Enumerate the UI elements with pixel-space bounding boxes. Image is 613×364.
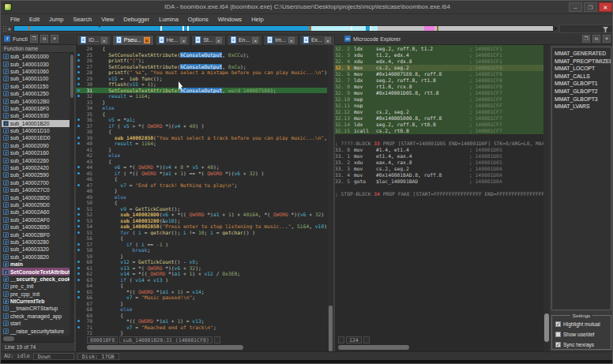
function-row[interactable]: fsub_1400027C0 <box>2 186 74 193</box>
maximize-button[interactable]: ❐ <box>584 2 597 12</box>
maturity-item-mmat_lvars[interactable]: MMAT_LVARS <box>555 103 611 111</box>
function-row[interactable]: fsub_140001100 <box>2 75 74 82</box>
pseudocode-line[interactable]: 58 break; <box>76 247 327 253</box>
maturity-item-mmat_preoptimized[interactable]: MMAT_PREOPTIMIZED <box>555 58 611 66</box>
pseudocode-line[interactable]: 64 { <box>76 283 327 289</box>
close-icon[interactable]: ✕ <box>603 35 611 43</box>
pseudocode-line[interactable]: 41 } <box>76 147 327 153</box>
function-row[interactable]: f__tmainCRTStartup <box>2 305 74 312</box>
pseudocode-line[interactable]: 47 v7 = "End of track! Nothing to play\n… <box>76 182 327 189</box>
function-row[interactable]: fsub_140002160 <box>2 149 74 156</box>
menu-edit[interactable]: Edit <box>24 14 44 24</box>
menu-jump[interactable]: Jump <box>44 14 68 24</box>
tab-pseu[interactable]: Pseu...✕ <box>112 35 154 45</box>
microcode-line[interactable]: 32. 4xduedx.4, rdx.8; 140001CF1 <box>335 58 543 65</box>
microcode-line[interactable]: 32. 5movcs.2, seg.2; 140001CF8 <box>335 65 543 71</box>
pseudocode-line[interactable]: 55 for ( i = getchar(); i != 10; i = get… <box>76 230 327 236</box>
menu-debugger[interactable]: Debugger <box>118 14 154 24</box>
microcode-line[interactable]: 33. 0mov#1.4, et1.4; 140001D05 <box>335 147 543 153</box>
pseudocode-line[interactable]: 52 sub_1400028D0(v6 + *((_QWORD *)a1 + 1… <box>76 212 327 218</box>
function-row[interactable]: fsub_140002590 <box>2 171 74 178</box>
pseudocode-line[interactable]: 61 v13 = *(_QWORD *)(v6 + 32); <box>76 265 327 272</box>
pseudocode-line[interactable]: 51 v9 = GetTickCount(); <box>76 206 327 212</box>
pseudocode-line[interactable]: 70 *((_QWORD *)a1 + 1) = v13; <box>76 318 327 325</box>
pseudocode-line[interactable]: 66 v7 = "Music paused!\n"; <box>76 295 327 301</box>
function-row[interactable]: fsub_1400016F0 <box>2 105 74 112</box>
functions-dock-header[interactable]: f Functi ❐ ⧉ ✕ <box>1 33 75 45</box>
menu-windows[interactable]: Windows <box>213 14 246 24</box>
function-row[interactable]: fsub_1400029D0 <box>2 201 74 208</box>
microcode-line[interactable]: 32.10nop; 140001CFF <box>335 96 543 103</box>
close-icon[interactable]: ✕ <box>144 37 150 43</box>
pseudocode-line[interactable]: 65 *((_QWORD *)a1 + 1) = v14; <box>76 289 327 295</box>
function-row[interactable]: fsub_140002BF0 <box>2 231 74 238</box>
function-row[interactable]: fstart <box>2 320 74 327</box>
filter-funnel-icon[interactable] <box>603 27 608 32</box>
navigation-band[interactable] <box>13 25 554 32</box>
function-row[interactable]: fpre_c_init <box>2 283 74 290</box>
menu-options[interactable]: Options <box>183 14 213 24</box>
close-icon[interactable]: ✕ <box>216 37 222 43</box>
maturity-item-mmat_calls[interactable]: MMAT_CALLS <box>555 73 611 81</box>
microcode-line[interactable]: 32.15icallcs.2, rt0.8; 140001CF7 <box>335 128 543 134</box>
tab-en[interactable]: En...✕ <box>227 35 262 45</box>
pseudocode-line[interactable]: 24 { <box>76 46 327 52</box>
checkbox-unchecked-icon[interactable] <box>555 332 561 337</box>
function-row[interactable]: fsub_140001D10 <box>2 127 74 134</box>
function-row[interactable]: fsub_140001250 <box>2 90 74 97</box>
function-row[interactable]: fsub_140002090 <box>2 142 74 149</box>
pseudocode-line[interactable]: 48 } <box>76 188 327 194</box>
pseudocode-line[interactable]: 30 fflush(v15 + 1); <box>76 81 327 88</box>
function-row[interactable]: fcheck_managed_app <box>2 313 74 320</box>
function-row[interactable]: fsub_140002AF0 <box>2 216 74 223</box>
function-row[interactable]: fsub_140002700 <box>2 179 74 186</box>
functions-column-header[interactable]: Function name <box>2 45 74 53</box>
function-row[interactable]: f__security_check_cookie <box>2 276 74 283</box>
pseudocode-line[interactable]: 35 { <box>76 111 327 118</box>
function-row[interactable]: fpre_cpp_init <box>2 291 74 298</box>
pseudocode-line[interactable]: 50 { <box>76 200 327 206</box>
pseudocode-line[interactable]: 44 v6 = *(_QWORD *)(v4 + 8 * v5 + 48); <box>76 164 327 171</box>
pseudocode-line[interactable]: 31 SetConsoleTextAttribute(hConsoleOutpu… <box>76 88 327 94</box>
pseudocode-line[interactable]: 57 if ( i == -1 ) <box>76 242 327 248</box>
restore-icon[interactable]: ❐ <box>30 35 38 43</box>
function-row[interactable]: fNtCurrentTeb <box>2 298 74 305</box>
pseudocode-line[interactable]: 42 else <box>76 152 327 159</box>
float-icon[interactable]: ⧉ <box>592 35 600 43</box>
function-row[interactable]: fsub_140001B20 <box>2 120 74 127</box>
pseudocode-line[interactable]: 49 else <box>76 194 327 201</box>
title-bar[interactable]: IDA - boombox.exe.i64 (boombox.exe) C:\U… <box>1 1 613 14</box>
menu-lumina[interactable]: Lumina <box>154 14 183 24</box>
maturity-item-mmat_locopt[interactable]: MMAT_LOCOPT <box>555 65 611 73</box>
maturity-item-mmat_glbopt3[interactable]: MMAT_GLBOPT3 <box>555 96 611 103</box>
menu-view[interactable]: View <box>96 14 118 24</box>
function-row[interactable]: fsub_140003280 <box>2 238 74 246</box>
function-row[interactable]: fsub_140002B50 <box>2 223 74 231</box>
microcode-line[interactable]: 32.11nop; 140001CFF <box>335 103 543 109</box>
pseudocode-line[interactable]: 53 sub_140003280(&v18); <box>76 218 327 224</box>
restore-icon[interactable]: ❐ <box>582 35 590 43</box>
menu-help[interactable]: Help <box>246 14 268 24</box>
pseudocode-line[interactable]: 36 v5 = *a1; <box>76 117 327 123</box>
microcode-line[interactable]: 33. 4mov#0x140001BAD.8, roff.8; 140001D0… <box>335 172 543 178</box>
pseudocode-line[interactable]: 60 v12 = GetTickCount() - v9; <box>76 259 327 265</box>
pseudocode-line[interactable]: 29 v15 = _iob_func(); <box>76 76 327 82</box>
pseudocode-line[interactable]: 39 sub_140002850("You must select a trac… <box>76 135 327 141</box>
close-button[interactable]: ✕ <box>599 2 612 12</box>
function-row[interactable]: fSetConsoleTextAttribute <box>2 268 74 275</box>
close-icon[interactable]: ✕ <box>101 37 107 43</box>
pseudocode-line[interactable]: 54 sub_140002850("Press enter to stop li… <box>76 223 327 230</box>
function-row[interactable]: fsub_140003320 <box>2 246 74 253</box>
microcode-line[interactable]: 32.13mov#0x140005000.8, roff.8; 140001CF… <box>335 115 543 122</box>
functions-horizontal-scrollbar[interactable] <box>2 336 74 342</box>
pseudocode-line[interactable]: 34 else <box>76 105 327 111</box>
pseudocode-horizontal-scrollbar[interactable] <box>87 344 324 351</box>
microcode-line[interactable]: 32. 9mov#0x140001D05.8, rtt.8; 140001CF7 <box>335 90 543 96</box>
function-row[interactable]: fsub_140001030 <box>2 60 74 67</box>
pseudocode-line[interactable]: 43 { <box>76 159 327 165</box>
microcode-line[interactable]: 33. 3movcs.2, seg.2; 140001D0A <box>335 166 543 172</box>
pseudocode-line[interactable]: 37 if ( v5 > *(_QWORD *)(v4 + 40) ) <box>76 123 327 129</box>
pseudocode-line[interactable]: 32 result = 1164; <box>76 93 327 99</box>
pseudocode-line[interactable]: 33 } <box>76 99 327 106</box>
function-row[interactable]: fsub_140001060 <box>2 68 74 75</box>
